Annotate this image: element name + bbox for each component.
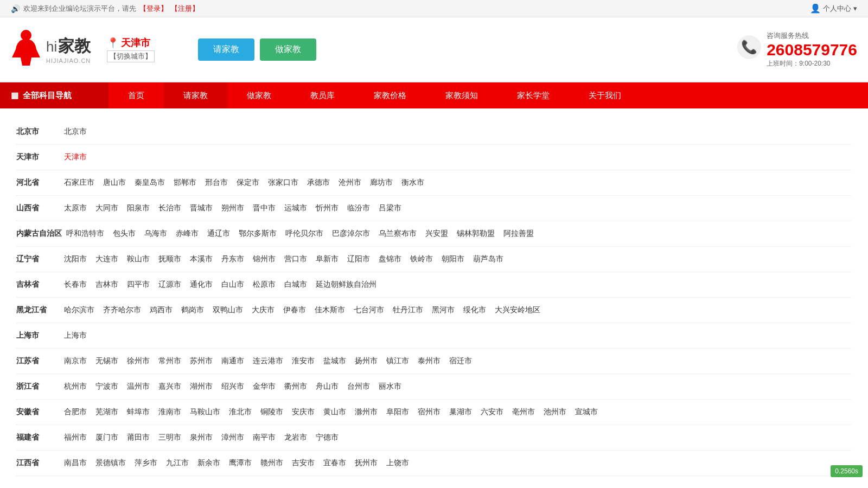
city-link[interactable]: 邯郸市 xyxy=(169,177,201,189)
city-link[interactable]: 廊坊市 xyxy=(366,177,397,189)
city-link[interactable]: 金华市 xyxy=(248,381,280,393)
city-link[interactable]: 吉安市 xyxy=(288,457,319,469)
user-center-button[interactable]: 👤 个人中心 ▾ xyxy=(810,3,857,14)
city-link[interactable]: 长春市 xyxy=(60,279,91,291)
city-link[interactable]: 营口市 xyxy=(280,253,311,265)
city-link[interactable]: 承德市 xyxy=(303,177,334,189)
city-link[interactable]: 连云港市 xyxy=(248,355,288,367)
city-link[interactable]: 宁德市 xyxy=(311,432,343,444)
city-link[interactable]: 淮北市 xyxy=(225,406,256,418)
city-link[interactable]: 漳州市 xyxy=(217,432,248,444)
city-link[interactable]: 巢湖市 xyxy=(445,406,476,418)
city-link[interactable]: 杭州市 xyxy=(60,381,91,393)
city-link[interactable]: 莆田市 xyxy=(123,432,154,444)
city-link[interactable]: 马鞍山市 xyxy=(186,406,225,418)
city-link[interactable]: 亳州市 xyxy=(508,406,539,418)
city-link[interactable]: 安庆市 xyxy=(288,406,319,418)
city-link[interactable]: 泰州市 xyxy=(413,355,445,367)
city-link[interactable]: 鸡西市 xyxy=(145,304,177,316)
city-link[interactable]: 张家口市 xyxy=(264,177,303,189)
city-link[interactable]: 四平市 xyxy=(123,279,154,291)
city-link[interactable]: 台州市 xyxy=(343,381,374,393)
city-link[interactable]: 乌海市 xyxy=(140,228,171,240)
city-link[interactable]: 齐齐哈尔市 xyxy=(99,304,145,316)
city-link[interactable]: 阳泉市 xyxy=(123,202,154,214)
city-link[interactable]: 大同市 xyxy=(91,202,123,214)
city-link[interactable]: 临汾市 xyxy=(343,202,374,214)
city-link[interactable]: 牡丹江市 xyxy=(388,304,427,316)
city-link[interactable]: 鹤岗市 xyxy=(177,304,208,316)
city-link[interactable]: 厦门市 xyxy=(91,432,123,444)
city-link[interactable]: 滁州市 xyxy=(350,406,382,418)
city-link[interactable]: 白城市 xyxy=(280,279,311,291)
city-link[interactable]: 蚌埠市 xyxy=(123,406,154,418)
city-link[interactable]: 赤峰市 xyxy=(171,228,203,240)
nav-item[interactable]: 家长学堂 xyxy=(497,82,569,108)
city-link[interactable]: 大庆市 xyxy=(247,304,279,316)
register-link[interactable]: 【注册】 xyxy=(171,4,199,14)
city-link[interactable]: 阜新市 xyxy=(311,253,343,265)
city-link[interactable]: 朔州市 xyxy=(217,202,248,214)
city-link[interactable]: 巴彦淖尔市 xyxy=(328,228,374,240)
city-link[interactable]: 湖州市 xyxy=(186,381,217,393)
nav-item[interactable]: 关于我们 xyxy=(569,82,641,108)
city-link[interactable]: 南京市 xyxy=(60,355,91,367)
city-link[interactable]: 辽阳市 xyxy=(343,253,374,265)
nav-item[interactable]: 首页 xyxy=(108,82,164,108)
city-link[interactable]: 大兴安岭地区 xyxy=(490,304,545,316)
city-link[interactable]: 晋城市 xyxy=(186,202,217,214)
city-link[interactable]: 衢州市 xyxy=(280,381,311,393)
city-link[interactable]: 伊春市 xyxy=(279,304,310,316)
city-link[interactable]: 三明市 xyxy=(154,432,186,444)
city-link[interactable]: 阜阳市 xyxy=(382,406,413,418)
city-link[interactable]: 通化市 xyxy=(186,279,217,291)
nav-item[interactable]: 请家教 xyxy=(164,82,227,108)
city-link[interactable]: 扬州市 xyxy=(350,355,382,367)
city-link[interactable]: 天津市 xyxy=(60,151,91,163)
city-link[interactable]: 太原市 xyxy=(60,202,91,214)
city-link[interactable]: 黄山市 xyxy=(319,406,350,418)
city-link[interactable]: 七台河市 xyxy=(349,304,388,316)
city-link[interactable]: 沧州市 xyxy=(334,177,366,189)
city-link[interactable]: 包头市 xyxy=(108,228,140,240)
city-link[interactable]: 通辽市 xyxy=(203,228,234,240)
city-link[interactable]: 苏州市 xyxy=(186,355,217,367)
city-link[interactable]: 温州市 xyxy=(123,381,154,393)
city-link[interactable]: 南昌市 xyxy=(60,457,91,469)
city-link[interactable]: 抚顺市 xyxy=(154,253,186,265)
city-link[interactable]: 沈阳市 xyxy=(60,253,91,265)
city-link[interactable]: 呼和浩特市 xyxy=(62,228,108,240)
city-link[interactable]: 淮南市 xyxy=(154,406,186,418)
city-link[interactable]: 舟山市 xyxy=(311,381,343,393)
city-link[interactable]: 鹰潭市 xyxy=(225,457,256,469)
nav-item[interactable]: 教员库 xyxy=(291,82,354,108)
login-link[interactable]: 【登录】 xyxy=(139,4,168,14)
city-link[interactable]: 乌兰察布市 xyxy=(374,228,421,240)
city-link[interactable]: 唐山市 xyxy=(99,177,130,189)
city-link[interactable]: 淮安市 xyxy=(288,355,319,367)
city-link[interactable]: 呼伦贝尔市 xyxy=(281,228,328,240)
city-link[interactable]: 合肥市 xyxy=(60,406,91,418)
city-link[interactable]: 鄂尔多斯市 xyxy=(234,228,281,240)
city-link[interactable]: 丹东市 xyxy=(217,253,248,265)
city-link[interactable]: 池州市 xyxy=(539,406,571,418)
city-link[interactable]: 宁波市 xyxy=(91,381,123,393)
city-link[interactable]: 运城市 xyxy=(280,202,311,214)
city-link[interactable]: 保定市 xyxy=(232,177,264,189)
city-link[interactable]: 锦州市 xyxy=(248,253,280,265)
city-link[interactable]: 北京市 xyxy=(60,126,91,138)
city-link[interactable]: 铁岭市 xyxy=(406,253,437,265)
city-link[interactable]: 兴安盟 xyxy=(421,228,452,240)
city-link[interactable]: 秦皇岛市 xyxy=(130,177,169,189)
city-link[interactable]: 石家庄市 xyxy=(60,177,99,189)
city-link[interactable]: 丽水市 xyxy=(374,381,406,393)
city-link[interactable]: 本溪市 xyxy=(186,253,217,265)
city-link[interactable]: 镇江市 xyxy=(382,355,413,367)
city-link[interactable]: 新余市 xyxy=(193,457,225,469)
city-link[interactable]: 铜陵市 xyxy=(256,406,288,418)
city-link[interactable]: 葫芦岛市 xyxy=(469,253,508,265)
city-link[interactable]: 邢台市 xyxy=(201,177,232,189)
city-link[interactable]: 无锡市 xyxy=(91,355,123,367)
switch-city-button[interactable]: 【切换城市】 xyxy=(107,50,155,62)
city-link[interactable]: 哈尔滨市 xyxy=(60,304,99,316)
